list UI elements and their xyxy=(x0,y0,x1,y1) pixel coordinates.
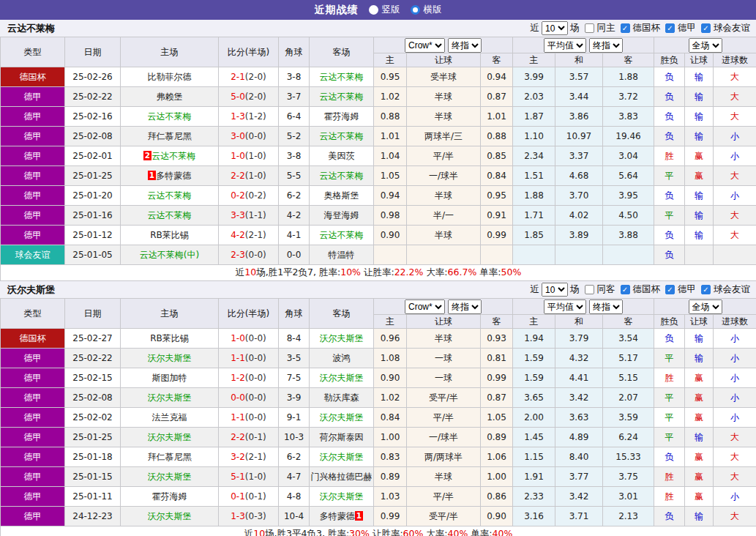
handicap-line: 一/球半 xyxy=(407,428,481,447)
avg-stage-select[interactable]: 终指 xyxy=(589,38,623,53)
corner-score: 6-4 xyxy=(279,107,310,127)
summary-segment: 大率: xyxy=(423,267,447,278)
average-select-group: 平均值终指 xyxy=(513,299,654,315)
team-label: 斯图加特 xyxy=(152,373,187,383)
result-cell: 负 xyxy=(654,226,685,245)
col-score: 比分(半场) xyxy=(219,299,279,329)
corner-score: 4-8 xyxy=(279,487,310,507)
col-home: 主场 xyxy=(121,299,219,329)
avg-away-odds: 15.33 xyxy=(603,447,654,467)
avg-away-odds: 2.07 xyxy=(603,388,654,408)
halftime-score: (0-3) xyxy=(245,511,266,521)
recent-count-select[interactable]: 10 xyxy=(542,21,568,35)
avg-draw-odds xyxy=(555,245,603,265)
avg-draw-odds: 4.41 xyxy=(555,368,603,388)
goals-result-cell: 小 xyxy=(714,329,756,349)
away-team: 沃尔夫斯堡 xyxy=(310,368,374,388)
team-label: 云达不莱梅 xyxy=(148,111,192,122)
same-venue-checkbox[interactable] xyxy=(585,285,594,294)
bookmaker-select[interactable]: Crow* xyxy=(405,299,445,314)
competition-checkbox[interactable]: ✓ xyxy=(701,23,711,33)
handicap-home-odds: 1.01 xyxy=(374,127,407,146)
competition-checkbox[interactable]: ✓ xyxy=(701,285,711,294)
col-result: 胜负 xyxy=(654,53,685,67)
team-label: 拜仁慕尼黑 xyxy=(148,131,192,141)
halftime-score: (2-1) xyxy=(245,452,266,462)
match-date: 25-01-12 xyxy=(65,226,121,245)
halftime-score: (0-1) xyxy=(245,491,266,502)
away-team: 门兴格拉德巴赫 xyxy=(310,467,374,487)
col-home: 主场 xyxy=(121,37,219,67)
fulltime-score: 2-2 xyxy=(231,171,245,181)
avg-draw-odds: 4.89 xyxy=(555,428,603,447)
corner-score: 4-1 xyxy=(279,226,310,245)
goals-result-cell: 小 xyxy=(714,368,756,388)
scope-select[interactable]: 全场 xyxy=(689,299,722,314)
avg-stage-select[interactable]: 终指 xyxy=(589,299,623,314)
horizontal-radio-icon[interactable] xyxy=(411,5,420,15)
odds-stage-select[interactable]: 终指 xyxy=(448,299,482,314)
halftime-score: (0-0) xyxy=(245,333,266,343)
same-venue-checkbox[interactable] xyxy=(585,23,594,33)
bookmaker-select[interactable]: Crow* xyxy=(405,38,445,53)
team-name: 沃尔夫斯堡 xyxy=(7,283,55,297)
vertical-radio-icon[interactable] xyxy=(369,5,378,15)
result-cell: 胜 xyxy=(654,467,685,487)
avg-home-odds: 2.34 xyxy=(513,146,555,166)
handicap-result-cell: 输 xyxy=(685,226,714,245)
competition-checkbox[interactable]: ✓ xyxy=(665,23,675,33)
avg-away-odds: 3.95 xyxy=(603,186,654,206)
match-date: 25-01-16 xyxy=(65,206,121,226)
col-handicap-line: 让球 xyxy=(407,315,481,329)
halftime-score: (0-0) xyxy=(245,412,266,423)
team-label: 弗赖堡 xyxy=(157,92,183,102)
odds-stage-select[interactable]: 终指 xyxy=(448,38,482,53)
recent-count-select[interactable]: 10 xyxy=(542,283,568,297)
handicap-away-odds: 0.95 xyxy=(481,186,513,206)
summary-row: 近10场,胜1平2负7, 胜率:10% 让胜率:22.2% 大率:66.7% 单… xyxy=(1,265,756,281)
competition-label: 德甲 xyxy=(678,22,696,34)
col-result: 胜负 xyxy=(654,315,685,329)
avg-away-odds: 3.01 xyxy=(603,487,654,507)
handicap-line: 半球 xyxy=(407,329,481,349)
team-label: RB莱比锡 xyxy=(150,230,189,240)
result-cell: 负 xyxy=(654,186,685,206)
avg-away-odds: 3.88 xyxy=(603,226,654,245)
match-date: 25-01-25 xyxy=(65,166,121,186)
match-date: 25-01-18 xyxy=(65,447,121,467)
layout-horizontal-option[interactable]: 横版 xyxy=(411,4,442,16)
layout-vertical-option[interactable]: 竖版 xyxy=(369,4,400,16)
halftime-score: (0-0) xyxy=(245,392,266,403)
avg-away-odds: 1.88 xyxy=(603,67,654,87)
col-handicap-result: 让球 xyxy=(685,53,714,67)
fulltime-score: 1-1 xyxy=(231,353,245,363)
team-name: 云达不莱梅 xyxy=(7,22,55,35)
match-score: 5-1(1-0) xyxy=(219,467,279,487)
handicap-result-cell: 输 xyxy=(685,186,714,206)
avg-away-odds: 3.54 xyxy=(603,329,654,349)
average-select[interactable]: 平均值 xyxy=(544,299,586,314)
average-select[interactable]: 平均值 xyxy=(544,38,586,53)
corner-score: 10-4 xyxy=(279,507,310,526)
result-cell: 负 xyxy=(654,507,685,526)
handicap-away-odds: 1.06 xyxy=(481,447,513,467)
fulltime-score: 1-1 xyxy=(231,412,245,423)
table-row: 德国杯25-02-27RB莱比锡1-0(0-0)8-4沃尔夫斯堡0.96半球0.… xyxy=(1,329,756,349)
competition-checkbox[interactable]: ✓ xyxy=(665,285,675,294)
away-team: 云达不莱梅 xyxy=(310,226,374,245)
home-team: 云达不莱梅 xyxy=(121,186,219,206)
scope-select[interactable]: 全场 xyxy=(689,38,722,53)
avg-home-odds: 1.88 xyxy=(513,186,555,206)
team-label: 特温特 xyxy=(329,250,355,260)
result-cell: 胜 xyxy=(654,368,685,388)
col-corners: 角球 xyxy=(279,37,310,67)
team-label: 勒沃库森 xyxy=(324,392,359,403)
competition-checkbox[interactable]: ✓ xyxy=(621,285,630,294)
handicap-line: 两/两球半 xyxy=(407,447,481,467)
match-type-badge: 球会友谊 xyxy=(1,245,65,265)
halftime-score: (2-0) xyxy=(245,92,266,102)
col-type: 类型 xyxy=(1,37,65,67)
competition-checkbox[interactable]: ✓ xyxy=(621,23,630,33)
handicap-away-odds: 1.01 xyxy=(481,107,513,127)
away-team: 荷尔斯泰因 xyxy=(310,428,374,447)
